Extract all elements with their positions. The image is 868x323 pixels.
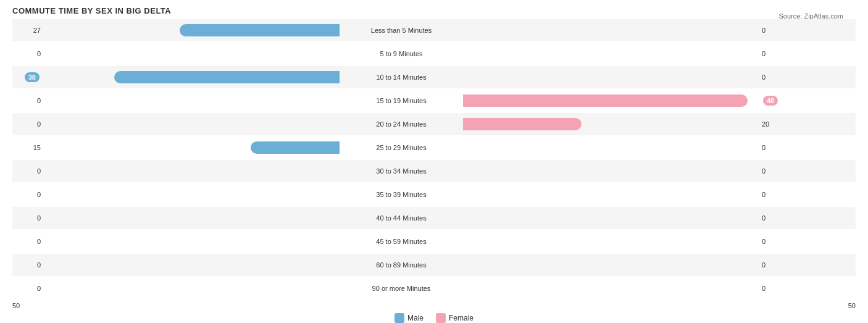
legend: Male Female bbox=[12, 313, 856, 323]
chart-row: 090 or more Minutes0 bbox=[12, 277, 856, 300]
male-value: 0 bbox=[12, 97, 43, 104]
row-label: 35 to 39 Minutes bbox=[340, 191, 463, 198]
male-value: 0 bbox=[12, 285, 43, 292]
chart-row: 020 to 24 Minutes20 bbox=[12, 113, 856, 135]
row-label: 45 to 59 Minutes bbox=[340, 238, 463, 245]
row-label: 5 to 9 Minutes bbox=[340, 50, 463, 57]
legend-male-box bbox=[394, 313, 404, 323]
male-bar bbox=[180, 24, 340, 36]
chart-container: COMMUTE TIME BY SEX IN BIG DELTA Source:… bbox=[12, 6, 856, 323]
chart-row: 060 to 89 Minutes0 bbox=[12, 254, 856, 276]
chart-row: 030 to 34 Minutes0 bbox=[12, 160, 856, 182]
female-bar bbox=[463, 118, 582, 130]
chart-row: 3810 to 14 Minutes0 bbox=[12, 66, 856, 88]
legend-female: Female bbox=[436, 313, 474, 323]
male-value: 0 bbox=[12, 214, 43, 222]
row-label: 10 to 14 Minutes bbox=[340, 73, 463, 81]
chart-title: COMMUTE TIME BY SEX IN BIG DELTA bbox=[12, 6, 856, 15]
male-bar-container bbox=[43, 141, 340, 154]
female-badge: 48 bbox=[763, 96, 778, 106]
female-value: 0 bbox=[759, 50, 790, 57]
female-value: 0 bbox=[759, 238, 790, 245]
chart-row: 040 to 44 Minutes0 bbox=[12, 207, 856, 229]
row-label: 20 to 24 Minutes bbox=[340, 120, 463, 128]
female-bar-container bbox=[463, 118, 759, 130]
chart-row: 045 to 59 Minutes0 bbox=[12, 230, 856, 253]
row-label: 40 to 44 Minutes bbox=[340, 214, 463, 222]
male-bar bbox=[114, 71, 340, 83]
male-value: 0 bbox=[12, 167, 43, 175]
male-value: 0 bbox=[12, 261, 43, 269]
female-value: 0 bbox=[759, 167, 790, 175]
legend-male: Male bbox=[394, 313, 424, 323]
chart-row: 1525 to 29 Minutes0 bbox=[12, 136, 856, 159]
male-badge: 38 bbox=[25, 72, 40, 82]
row-label: 30 to 34 Minutes bbox=[340, 167, 463, 175]
chart-row: 035 to 39 Minutes0 bbox=[12, 183, 856, 206]
female-bar bbox=[463, 94, 748, 107]
female-value: 0 bbox=[759, 261, 790, 269]
female-value: 0 bbox=[759, 144, 790, 151]
male-bar-container bbox=[43, 71, 340, 83]
chart-row: 05 to 9 Minutes0 bbox=[12, 43, 856, 65]
legend-female-label: Female bbox=[449, 314, 474, 322]
chart-area: 27Less than 5 Minutes005 to 9 Minutes038… bbox=[12, 19, 856, 300]
female-value: 0 bbox=[759, 285, 790, 292]
axis-left-label: 50 bbox=[12, 302, 340, 309]
female-bar-container bbox=[463, 94, 759, 107]
male-value: 38 bbox=[12, 72, 43, 82]
chart-row: 27Less than 5 Minutes0 bbox=[12, 19, 856, 41]
row-label: 25 to 29 Minutes bbox=[340, 144, 463, 151]
male-value: 0 bbox=[12, 191, 43, 198]
row-label: 90 or more Minutes bbox=[340, 285, 463, 292]
axis-right-label: 50 bbox=[340, 302, 856, 309]
female-value: 20 bbox=[759, 120, 790, 128]
female-value: 0 bbox=[759, 214, 790, 222]
female-value: 0 bbox=[759, 73, 790, 81]
female-value: 0 bbox=[759, 27, 790, 34]
male-value: 0 bbox=[12, 50, 43, 57]
legend-female-box bbox=[436, 313, 446, 323]
male-bar-container bbox=[43, 24, 340, 36]
row-label: Less than 5 Minutes bbox=[340, 27, 463, 34]
chart-row: 015 to 19 Minutes48 bbox=[12, 90, 856, 112]
legend-male-label: Male bbox=[407, 314, 424, 322]
axis-row: 50 50 bbox=[12, 302, 856, 309]
male-bar bbox=[251, 141, 340, 154]
female-value: 0 bbox=[759, 191, 790, 198]
male-value: 27 bbox=[12, 27, 43, 34]
row-label: 60 to 89 Minutes bbox=[340, 261, 463, 269]
row-label: 15 to 19 Minutes bbox=[340, 97, 463, 104]
female-value: 48 bbox=[759, 96, 790, 106]
male-value: 0 bbox=[12, 120, 43, 128]
male-value: 15 bbox=[12, 144, 43, 151]
male-value: 0 bbox=[12, 238, 43, 245]
